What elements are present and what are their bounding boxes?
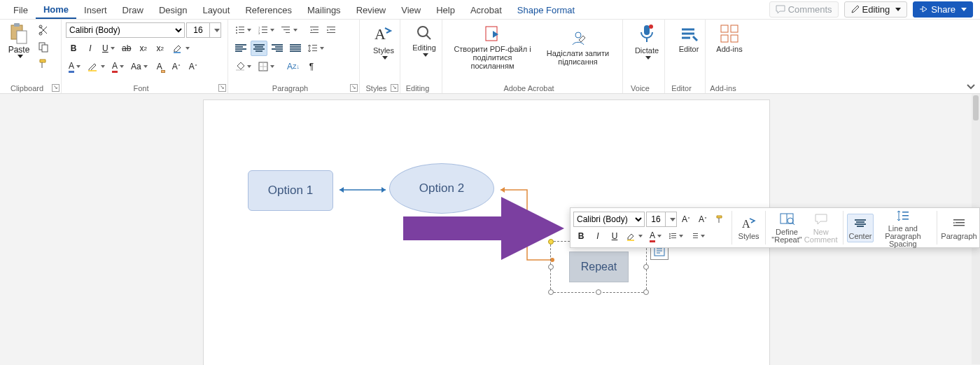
tab-draw[interactable]: Draw — [115, 1, 151, 18]
bullets-button[interactable] — [232, 22, 254, 38]
comments-button[interactable]: Comments — [769, 1, 839, 18]
mini-italic[interactable]: I — [590, 228, 606, 244]
tab-shape-format[interactable]: Shape Format — [510, 1, 582, 18]
mini-format-painter[interactable] — [712, 212, 727, 227]
tab-mailings[interactable]: Mailings — [300, 1, 349, 18]
tab-acrobat[interactable]: Acrobat — [463, 1, 510, 18]
tab-file[interactable]: File — [6, 1, 36, 18]
font-fill-button[interactable]: A — [66, 59, 83, 74]
italic-button[interactable]: I — [83, 41, 98, 56]
share-button[interactable]: Share — [913, 1, 973, 18]
bold-button[interactable]: B — [66, 41, 81, 56]
shrink-font-button[interactable]: A˅ — [186, 59, 201, 74]
tab-layout[interactable]: Layout — [195, 1, 237, 18]
create-pdf-button[interactable]: Створити PDF-файл і поділитися посилання… — [452, 24, 533, 71]
handle-e[interactable] — [643, 264, 649, 270]
dictate-button[interactable]: Dictate — [627, 22, 666, 61]
tab-insert[interactable]: Insert — [76, 1, 115, 18]
tab-references[interactable]: References — [237, 1, 299, 18]
paste-button[interactable]: Paste — [4, 22, 34, 71]
decrease-indent-button[interactable] — [307, 22, 323, 38]
mini-font-name[interactable]: Calibri (Body) — [573, 212, 645, 227]
editing-button[interactable]: Editing — [405, 22, 444, 58]
line-spacing-button[interactable] — [305, 41, 327, 56]
change-case-button[interactable]: Aa — [128, 59, 150, 74]
svg-point-13 — [236, 32, 237, 34]
clear-formatting-button[interactable]: A — [152, 59, 167, 74]
subscript-button[interactable]: x2 — [136, 41, 151, 56]
tab-help[interactable]: Help — [428, 1, 463, 18]
editor-button[interactable]: Editor — [669, 22, 708, 55]
tab-view[interactable]: View — [393, 1, 428, 18]
rotate-handle[interactable] — [548, 239, 554, 245]
superscript-button[interactable]: x2 — [153, 41, 168, 56]
shape-option-1[interactable]: Option 1 — [248, 170, 333, 211]
mini-font-color[interactable]: A — [647, 228, 664, 244]
mini-underline[interactable]: U — [607, 228, 622, 244]
addins-button[interactable]: Add-ins — [710, 22, 749, 55]
mini-font-size-drop[interactable] — [666, 212, 677, 227]
increase-indent-button[interactable] — [324, 22, 340, 38]
styles-button[interactable]: A Styles — [364, 22, 403, 61]
format-painter-button[interactable] — [35, 56, 52, 71]
connector-options[interactable] — [335, 184, 390, 195]
font-outline-button[interactable] — [85, 59, 108, 74]
numbering-button[interactable]: 123 — [255, 22, 277, 38]
borders-button[interactable] — [255, 59, 277, 74]
tab-review[interactable]: Review — [349, 1, 394, 18]
mini-define-word[interactable]: Define "Repeat" — [770, 209, 804, 246]
mini-numbering[interactable] — [687, 228, 708, 244]
font-size-input[interactable] — [186, 22, 210, 38]
mini-grow-font[interactable]: A˄ — [678, 212, 694, 227]
font-name-combo[interactable]: Calibri (Body) — [66, 22, 185, 38]
tab-home[interactable]: Home — [36, 1, 76, 19]
brush-icon — [38, 58, 49, 69]
strikethrough-button[interactable]: ab — [119, 41, 134, 56]
mini-bullets[interactable] — [666, 228, 686, 244]
mini-highlight[interactable] — [624, 228, 645, 244]
sort-button[interactable]: AZ↓ — [284, 59, 302, 74]
share-label: Share — [931, 4, 955, 15]
justify-button[interactable] — [287, 41, 304, 56]
align-right-button[interactable] — [269, 41, 286, 56]
mini-shrink-font[interactable]: A˅ — [695, 212, 710, 227]
request-sign-button[interactable]: Надіслати запити підписання — [543, 28, 613, 67]
svg-rect-42 — [644, 25, 650, 35]
shape-repeat-selection[interactable]: Repeat — [550, 241, 647, 293]
multilevel-list-button[interactable] — [279, 22, 300, 38]
scrollbar-thumb[interactable] — [973, 95, 979, 120]
dictate-label: Dictate — [635, 46, 659, 55]
svg-rect-45 — [731, 25, 738, 32]
underline-button[interactable]: U — [99, 41, 118, 56]
shape-repeat[interactable]: Repeat — [569, 252, 629, 282]
align-left-button[interactable] — [232, 41, 249, 56]
show-marks-button[interactable]: ¶ — [304, 59, 319, 74]
mini-styles[interactable]: A Styles — [736, 214, 761, 242]
styles-launcher[interactable]: ↘ — [391, 84, 398, 92]
font-launcher[interactable]: ↘ — [218, 84, 226, 92]
paragraph-launcher[interactable]: ↘ — [350, 84, 358, 92]
handle-s[interactable] — [596, 289, 601, 295]
grow-font-button[interactable]: A˄ — [169, 59, 184, 74]
handle-w[interactable] — [548, 264, 554, 270]
handle-sw[interactable] — [548, 289, 554, 295]
mini-center[interactable]: Center — [847, 214, 873, 242]
tab-design[interactable]: Design — [151, 1, 195, 18]
handle-se[interactable] — [643, 289, 649, 295]
copy-button[interactable] — [35, 39, 52, 55]
shading-button[interactable] — [232, 59, 254, 74]
clipboard-launcher[interactable]: ↘ — [52, 84, 59, 92]
editing-mode-button[interactable]: Editing — [844, 1, 908, 18]
font-size-dropdown[interactable] — [210, 22, 221, 38]
cut-button[interactable] — [35, 22, 52, 38]
shape-option-2[interactable]: Option 2 — [389, 163, 494, 214]
text-highlight-button[interactable] — [169, 41, 192, 56]
collapse-ribbon-button[interactable] — [966, 81, 976, 91]
align-center-button[interactable] — [251, 41, 267, 56]
font-color-button[interactable]: A — [109, 59, 127, 74]
multilevel-icon — [281, 26, 291, 34]
mini-paragraph[interactable]: Paragraph — [941, 214, 976, 242]
mini-font-size[interactable] — [646, 212, 666, 227]
mini-bold[interactable]: B — [573, 228, 589, 244]
mini-line-spacing[interactable]: Line and Paragraph Spacing — [874, 206, 933, 250]
